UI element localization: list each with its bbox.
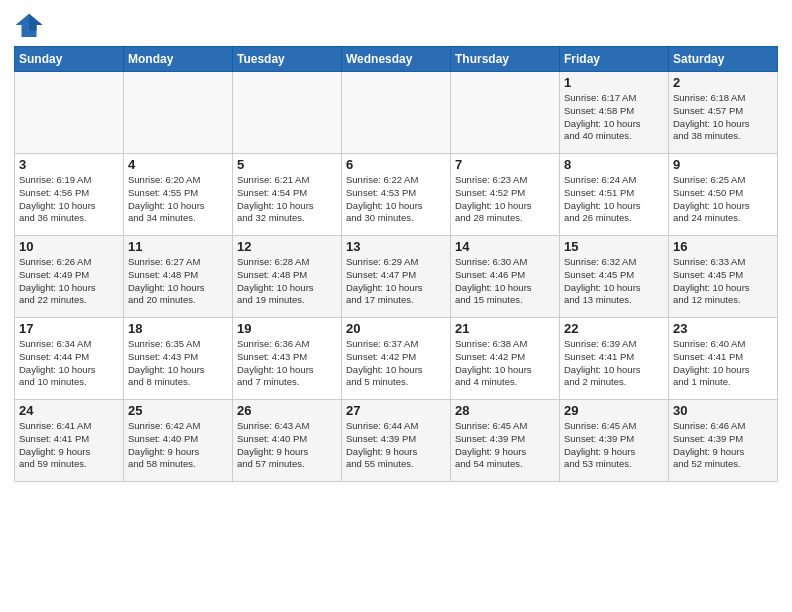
weekday-header-wednesday: Wednesday bbox=[342, 47, 451, 72]
day-info: Sunrise: 6:34 AMSunset: 4:44 PMDaylight:… bbox=[19, 338, 119, 389]
day-cell: 14Sunrise: 6:30 AMSunset: 4:46 PMDayligh… bbox=[451, 236, 560, 318]
weekday-header-tuesday: Tuesday bbox=[233, 47, 342, 72]
day-info: Sunrise: 6:41 AMSunset: 4:41 PMDaylight:… bbox=[19, 420, 119, 471]
day-info: Sunrise: 6:33 AMSunset: 4:45 PMDaylight:… bbox=[673, 256, 773, 307]
day-number: 23 bbox=[673, 321, 773, 336]
day-number: 4 bbox=[128, 157, 228, 172]
day-cell bbox=[15, 72, 124, 154]
day-cell bbox=[233, 72, 342, 154]
day-cell: 4Sunrise: 6:20 AMSunset: 4:55 PMDaylight… bbox=[124, 154, 233, 236]
day-info: Sunrise: 6:40 AMSunset: 4:41 PMDaylight:… bbox=[673, 338, 773, 389]
day-cell: 1Sunrise: 6:17 AMSunset: 4:58 PMDaylight… bbox=[560, 72, 669, 154]
header bbox=[14, 10, 778, 40]
day-number: 8 bbox=[564, 157, 664, 172]
day-cell: 16Sunrise: 6:33 AMSunset: 4:45 PMDayligh… bbox=[669, 236, 778, 318]
day-info: Sunrise: 6:44 AMSunset: 4:39 PMDaylight:… bbox=[346, 420, 446, 471]
day-cell: 24Sunrise: 6:41 AMSunset: 4:41 PMDayligh… bbox=[15, 400, 124, 482]
day-cell: 13Sunrise: 6:29 AMSunset: 4:47 PMDayligh… bbox=[342, 236, 451, 318]
weekday-header-friday: Friday bbox=[560, 47, 669, 72]
day-info: Sunrise: 6:19 AMSunset: 4:56 PMDaylight:… bbox=[19, 174, 119, 225]
day-cell: 11Sunrise: 6:27 AMSunset: 4:48 PMDayligh… bbox=[124, 236, 233, 318]
day-info: Sunrise: 6:32 AMSunset: 4:45 PMDaylight:… bbox=[564, 256, 664, 307]
day-info: Sunrise: 6:36 AMSunset: 4:43 PMDaylight:… bbox=[237, 338, 337, 389]
day-info: Sunrise: 6:17 AMSunset: 4:58 PMDaylight:… bbox=[564, 92, 664, 143]
week-row-5: 24Sunrise: 6:41 AMSunset: 4:41 PMDayligh… bbox=[15, 400, 778, 482]
day-cell: 5Sunrise: 6:21 AMSunset: 4:54 PMDaylight… bbox=[233, 154, 342, 236]
day-number: 24 bbox=[19, 403, 119, 418]
day-number: 19 bbox=[237, 321, 337, 336]
logo-icon bbox=[14, 10, 44, 40]
day-cell: 2Sunrise: 6:18 AMSunset: 4:57 PMDaylight… bbox=[669, 72, 778, 154]
day-cell: 12Sunrise: 6:28 AMSunset: 4:48 PMDayligh… bbox=[233, 236, 342, 318]
svg-marker-1 bbox=[29, 14, 43, 31]
day-info: Sunrise: 6:28 AMSunset: 4:48 PMDaylight:… bbox=[237, 256, 337, 307]
day-number: 1 bbox=[564, 75, 664, 90]
day-cell: 6Sunrise: 6:22 AMSunset: 4:53 PMDaylight… bbox=[342, 154, 451, 236]
day-info: Sunrise: 6:45 AMSunset: 4:39 PMDaylight:… bbox=[564, 420, 664, 471]
day-cell: 17Sunrise: 6:34 AMSunset: 4:44 PMDayligh… bbox=[15, 318, 124, 400]
day-cell: 15Sunrise: 6:32 AMSunset: 4:45 PMDayligh… bbox=[560, 236, 669, 318]
day-info: Sunrise: 6:26 AMSunset: 4:49 PMDaylight:… bbox=[19, 256, 119, 307]
day-number: 22 bbox=[564, 321, 664, 336]
day-cell: 10Sunrise: 6:26 AMSunset: 4:49 PMDayligh… bbox=[15, 236, 124, 318]
day-cell: 30Sunrise: 6:46 AMSunset: 4:39 PMDayligh… bbox=[669, 400, 778, 482]
page: SundayMondayTuesdayWednesdayThursdayFrid… bbox=[0, 0, 792, 612]
day-number: 7 bbox=[455, 157, 555, 172]
day-cell bbox=[451, 72, 560, 154]
day-number: 6 bbox=[346, 157, 446, 172]
day-number: 26 bbox=[237, 403, 337, 418]
day-cell: 23Sunrise: 6:40 AMSunset: 4:41 PMDayligh… bbox=[669, 318, 778, 400]
day-cell: 28Sunrise: 6:45 AMSunset: 4:39 PMDayligh… bbox=[451, 400, 560, 482]
day-cell: 21Sunrise: 6:38 AMSunset: 4:42 PMDayligh… bbox=[451, 318, 560, 400]
weekday-header-thursday: Thursday bbox=[451, 47, 560, 72]
day-number: 27 bbox=[346, 403, 446, 418]
day-number: 14 bbox=[455, 239, 555, 254]
day-info: Sunrise: 6:46 AMSunset: 4:39 PMDaylight:… bbox=[673, 420, 773, 471]
day-number: 29 bbox=[564, 403, 664, 418]
weekday-header-row: SundayMondayTuesdayWednesdayThursdayFrid… bbox=[15, 47, 778, 72]
weekday-header-monday: Monday bbox=[124, 47, 233, 72]
day-number: 30 bbox=[673, 403, 773, 418]
day-info: Sunrise: 6:37 AMSunset: 4:42 PMDaylight:… bbox=[346, 338, 446, 389]
weekday-header-saturday: Saturday bbox=[669, 47, 778, 72]
day-cell: 7Sunrise: 6:23 AMSunset: 4:52 PMDaylight… bbox=[451, 154, 560, 236]
day-info: Sunrise: 6:27 AMSunset: 4:48 PMDaylight:… bbox=[128, 256, 228, 307]
day-cell: 9Sunrise: 6:25 AMSunset: 4:50 PMDaylight… bbox=[669, 154, 778, 236]
day-cell: 26Sunrise: 6:43 AMSunset: 4:40 PMDayligh… bbox=[233, 400, 342, 482]
day-cell: 19Sunrise: 6:36 AMSunset: 4:43 PMDayligh… bbox=[233, 318, 342, 400]
day-cell: 27Sunrise: 6:44 AMSunset: 4:39 PMDayligh… bbox=[342, 400, 451, 482]
day-info: Sunrise: 6:30 AMSunset: 4:46 PMDaylight:… bbox=[455, 256, 555, 307]
day-info: Sunrise: 6:35 AMSunset: 4:43 PMDaylight:… bbox=[128, 338, 228, 389]
day-number: 3 bbox=[19, 157, 119, 172]
day-info: Sunrise: 6:23 AMSunset: 4:52 PMDaylight:… bbox=[455, 174, 555, 225]
day-number: 11 bbox=[128, 239, 228, 254]
day-info: Sunrise: 6:38 AMSunset: 4:42 PMDaylight:… bbox=[455, 338, 555, 389]
day-info: Sunrise: 6:18 AMSunset: 4:57 PMDaylight:… bbox=[673, 92, 773, 143]
day-cell: 29Sunrise: 6:45 AMSunset: 4:39 PMDayligh… bbox=[560, 400, 669, 482]
day-info: Sunrise: 6:21 AMSunset: 4:54 PMDaylight:… bbox=[237, 174, 337, 225]
weekday-header-sunday: Sunday bbox=[15, 47, 124, 72]
day-cell: 8Sunrise: 6:24 AMSunset: 4:51 PMDaylight… bbox=[560, 154, 669, 236]
day-number: 17 bbox=[19, 321, 119, 336]
day-cell: 3Sunrise: 6:19 AMSunset: 4:56 PMDaylight… bbox=[15, 154, 124, 236]
day-number: 25 bbox=[128, 403, 228, 418]
day-info: Sunrise: 6:22 AMSunset: 4:53 PMDaylight:… bbox=[346, 174, 446, 225]
week-row-4: 17Sunrise: 6:34 AMSunset: 4:44 PMDayligh… bbox=[15, 318, 778, 400]
day-info: Sunrise: 6:29 AMSunset: 4:47 PMDaylight:… bbox=[346, 256, 446, 307]
day-number: 10 bbox=[19, 239, 119, 254]
day-cell bbox=[342, 72, 451, 154]
day-number: 21 bbox=[455, 321, 555, 336]
day-cell bbox=[124, 72, 233, 154]
day-number: 13 bbox=[346, 239, 446, 254]
day-info: Sunrise: 6:39 AMSunset: 4:41 PMDaylight:… bbox=[564, 338, 664, 389]
week-row-2: 3Sunrise: 6:19 AMSunset: 4:56 PMDaylight… bbox=[15, 154, 778, 236]
day-info: Sunrise: 6:25 AMSunset: 4:50 PMDaylight:… bbox=[673, 174, 773, 225]
day-info: Sunrise: 6:20 AMSunset: 4:55 PMDaylight:… bbox=[128, 174, 228, 225]
day-info: Sunrise: 6:45 AMSunset: 4:39 PMDaylight:… bbox=[455, 420, 555, 471]
day-info: Sunrise: 6:43 AMSunset: 4:40 PMDaylight:… bbox=[237, 420, 337, 471]
week-row-3: 10Sunrise: 6:26 AMSunset: 4:49 PMDayligh… bbox=[15, 236, 778, 318]
day-number: 18 bbox=[128, 321, 228, 336]
day-number: 2 bbox=[673, 75, 773, 90]
day-cell: 20Sunrise: 6:37 AMSunset: 4:42 PMDayligh… bbox=[342, 318, 451, 400]
day-number: 5 bbox=[237, 157, 337, 172]
